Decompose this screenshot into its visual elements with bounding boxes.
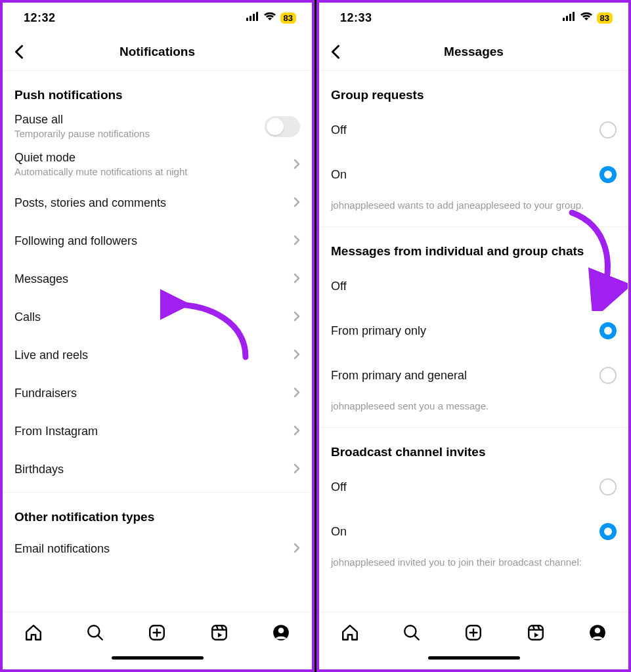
page-title: Notifications xyxy=(3,45,312,59)
svg-rect-1 xyxy=(250,16,251,21)
battery-badge: 83 xyxy=(280,12,296,24)
home-indicator xyxy=(3,652,312,669)
group-requests-example: johnappleseed wants to add janeappleseed… xyxy=(331,193,617,222)
pause-all-row[interactable]: Pause all Temporarily pause notification… xyxy=(14,108,300,146)
section-other: Other notification types xyxy=(14,493,300,530)
status-time: 12:33 xyxy=(340,11,372,25)
content[interactable]: Push notifications Pause all Temporarily… xyxy=(3,71,312,612)
chevron-right-icon xyxy=(294,424,300,439)
item-label: Messages xyxy=(14,272,287,286)
svg-rect-24 xyxy=(529,625,543,640)
nav-item-fundraisers[interactable]: Fundraisers xyxy=(14,374,300,412)
svg-rect-9 xyxy=(212,625,227,640)
option-label: Off xyxy=(331,280,593,293)
svg-rect-2 xyxy=(253,14,255,21)
radio-on[interactable] xyxy=(599,166,617,183)
phone-left: 12:32 83 Notifications Push notification… xyxy=(0,0,315,672)
radio-primary[interactable] xyxy=(599,322,617,339)
page-title: Messages xyxy=(319,45,628,59)
messages-primary-only[interactable]: From primary only xyxy=(331,308,617,353)
messages-off[interactable]: Off xyxy=(331,264,617,308)
svg-rect-17 xyxy=(569,14,571,21)
pause-all-toggle[interactable] xyxy=(265,116,300,137)
radio-on[interactable] xyxy=(599,523,617,540)
section-messages-chats: Messages from individual and group chats xyxy=(331,227,617,264)
nav-item-email[interactable]: Email notifications xyxy=(14,530,300,568)
profile-icon[interactable] xyxy=(272,623,290,642)
nav-item-messages[interactable]: Messages xyxy=(14,260,300,298)
search-icon[interactable] xyxy=(86,623,104,642)
section-push: Push notifications xyxy=(14,71,300,108)
status-bar: 12:33 83 xyxy=(319,3,628,33)
broadcast-example: johnappleseed invited you to join their … xyxy=(331,550,617,579)
item-label: Birthdays xyxy=(14,463,287,476)
home-indicator xyxy=(319,652,628,669)
nav-header: Notifications xyxy=(3,33,312,71)
content[interactable]: Group requests Off On johnappleseed want… xyxy=(319,71,628,612)
item-label: Calls xyxy=(14,310,287,324)
option-label: On xyxy=(331,525,593,539)
create-icon[interactable] xyxy=(148,623,166,642)
battery-badge: 83 xyxy=(597,12,613,24)
radio-off[interactable] xyxy=(599,278,617,295)
home-icon[interactable] xyxy=(24,623,43,642)
quiet-mode-label: Quiet mode xyxy=(14,151,287,165)
nav-header: Messages xyxy=(319,33,628,71)
svg-rect-16 xyxy=(566,16,568,21)
svg-point-29 xyxy=(595,627,601,633)
chevron-right-icon xyxy=(294,310,300,325)
broadcast-on[interactable]: On xyxy=(331,509,617,554)
reels-icon[interactable] xyxy=(210,623,228,642)
section-group-requests: Group requests xyxy=(331,71,617,108)
nav-item-birthdays[interactable]: Birthdays xyxy=(14,450,300,488)
status-indicators: 83 xyxy=(563,12,613,24)
search-icon[interactable] xyxy=(403,623,421,642)
back-button[interactable] xyxy=(3,45,34,59)
item-label: Following and followers xyxy=(14,234,287,248)
radio-both[interactable] xyxy=(599,367,617,384)
option-label: On xyxy=(331,168,593,182)
chevron-right-icon xyxy=(294,272,300,287)
item-label: From Instagram xyxy=(14,425,287,438)
svg-rect-0 xyxy=(246,18,248,21)
messages-primary-general[interactable]: From primary and general xyxy=(331,353,617,398)
radio-off[interactable] xyxy=(599,478,617,495)
item-label: Live and reels xyxy=(14,348,287,362)
nav-item-from-instagram[interactable]: From Instagram xyxy=(14,412,300,450)
quiet-mode-row[interactable]: Quiet mode Automatically mute notificati… xyxy=(14,146,300,184)
svg-rect-18 xyxy=(573,12,575,21)
nav-item-following[interactable]: Following and followers xyxy=(14,222,300,260)
svg-line-5 xyxy=(98,635,102,639)
nav-item-posts[interactable]: Posts, stories and comments xyxy=(14,184,300,222)
chevron-right-icon xyxy=(294,348,300,363)
status-bar: 12:32 83 xyxy=(3,3,312,33)
radio-off[interactable] xyxy=(599,121,617,138)
item-label: Email notifications xyxy=(14,542,287,556)
messages-example: johnappleseed sent you a message. xyxy=(331,394,617,423)
svg-line-20 xyxy=(415,635,419,639)
option-label: From primary only xyxy=(331,324,593,338)
back-button[interactable] xyxy=(319,45,351,59)
item-label: Fundraisers xyxy=(14,387,287,400)
group-requests-off[interactable]: Off xyxy=(331,108,617,152)
cellular-icon xyxy=(563,12,576,24)
broadcast-off[interactable]: Off xyxy=(331,465,617,509)
chevron-right-icon xyxy=(294,541,300,556)
create-icon[interactable] xyxy=(464,623,483,642)
chevron-right-icon xyxy=(294,158,300,173)
nav-item-live[interactable]: Live and reels xyxy=(14,336,300,374)
option-label: Off xyxy=(331,480,593,494)
profile-icon[interactable] xyxy=(588,623,607,642)
home-icon[interactable] xyxy=(341,623,359,642)
cellular-icon xyxy=(246,12,259,24)
quiet-mode-sub: Automatically mute notifications at nigh… xyxy=(14,166,287,178)
reels-icon[interactable] xyxy=(527,623,545,642)
nav-item-calls[interactable]: Calls xyxy=(14,298,300,336)
tab-bar xyxy=(319,612,628,652)
group-requests-on[interactable]: On xyxy=(331,152,617,197)
option-label: Off xyxy=(331,123,593,137)
status-indicators: 83 xyxy=(246,12,296,24)
chevron-right-icon xyxy=(294,234,300,249)
wifi-icon xyxy=(580,12,593,24)
item-label: Posts, stories and comments xyxy=(14,196,287,210)
